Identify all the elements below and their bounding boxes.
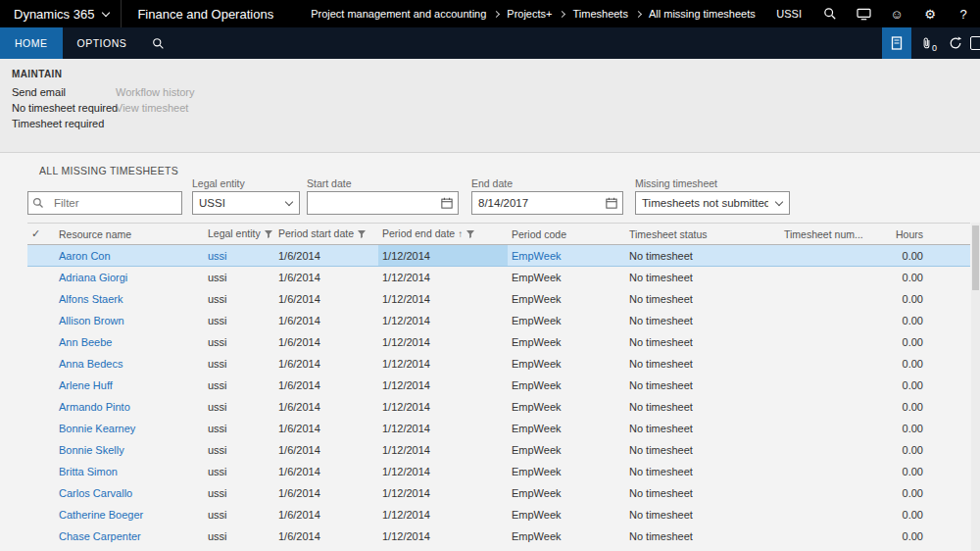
column-header-hours[interactable]: Hours (880, 224, 970, 245)
attachment-icon[interactable]: 0 (911, 27, 941, 59)
column-header-resource-name[interactable]: Resource name (55, 224, 204, 245)
resource-name-link[interactable]: Britta Simon (59, 466, 118, 477)
hours-cell: 0.00 (880, 504, 970, 526)
period-end-date-cell: 1/12/2014 (378, 396, 508, 418)
row-select-cell[interactable] (27, 418, 55, 439)
calendar-icon[interactable] (436, 192, 458, 214)
legal-entity-cell: ussi (204, 267, 274, 288)
resource-name-link[interactable]: Carlos Carvallo (59, 487, 132, 499)
search-icon[interactable] (813, 0, 847, 27)
send-email-button[interactable]: Send email (12, 86, 66, 98)
period-code-cell: EmpWeek (508, 375, 625, 396)
missing-timesheet-value: Timesheets not submitted (636, 197, 768, 209)
end-date-input[interactable] (472, 192, 601, 214)
select-all-checkbox[interactable]: ✓ (27, 224, 55, 245)
breadcrumb-area[interactable]: Projects+ (507, 8, 552, 20)
row-select-cell[interactable] (27, 526, 55, 547)
resource-name-cell: Armando Pinto (55, 396, 204, 418)
resource-name-cell: Allison Brown (55, 310, 204, 331)
table-row[interactable]: Arlene Huff ussi 1/6/2014 1/12/2014 EmpW… (27, 375, 970, 396)
resource-name-link[interactable]: Arlene Huff (59, 379, 113, 391)
table-row[interactable]: Chase Carpenter ussi 1/6/2014 1/12/2014 … (27, 526, 970, 547)
column-header-legal-entity[interactable]: Legal entity (204, 224, 274, 245)
expand-icon[interactable] (970, 27, 980, 59)
scrollbar-thumb[interactable] (972, 225, 979, 290)
resource-name-link[interactable]: Bonnie Kearney (59, 423, 135, 434)
chevron-down-icon[interactable] (278, 192, 299, 214)
gear-icon[interactable]: ⚙ (913, 0, 947, 27)
refresh-icon[interactable] (941, 27, 970, 59)
table-row[interactable]: Catherine Boeger ussi 1/6/2014 1/12/2014… (27, 504, 970, 526)
row-select-cell[interactable] (27, 439, 55, 461)
breadcrumb-section[interactable]: Timesheets (572, 8, 627, 20)
calendar-icon[interactable] (601, 192, 622, 214)
table-row[interactable]: Armando Pinto ussi 1/6/2014 1/12/2014 Em… (27, 396, 970, 418)
panel-toggle-icon[interactable] (882, 27, 911, 59)
table-row[interactable]: Alfons Staerk ussi 1/6/2014 1/12/2014 Em… (27, 288, 970, 310)
hours-cell: 0.00 (880, 396, 970, 418)
no-timesheet-required-button[interactable]: No timesheet required (12, 102, 118, 114)
breadcrumb-page[interactable]: All missing timesheets (649, 8, 756, 20)
column-header-timesheet-number[interactable]: Timesheet num... (780, 224, 880, 245)
resource-name-link[interactable]: Ann Beebe (59, 336, 112, 348)
missing-timesheet-select[interactable]: Timesheets not submitted (635, 191, 790, 215)
row-select-cell[interactable] (27, 331, 55, 353)
tab-options[interactable]: OPTIONS (63, 27, 142, 59)
column-header-period-start-date[interactable]: Period start date (274, 224, 378, 245)
column-header-period-code[interactable]: Period code (508, 224, 625, 245)
resource-name-link[interactable]: Armando Pinto (59, 401, 130, 413)
dynamics-365-menu[interactable]: Dynamics 365 (0, 0, 121, 27)
resource-name-link[interactable]: Catherine Boeger (59, 509, 143, 521)
row-select-cell[interactable] (27, 353, 55, 375)
resource-name-link[interactable]: Bonnie Skelly (59, 444, 124, 456)
row-select-cell[interactable] (27, 375, 55, 396)
breadcrumb-module[interactable]: Project management and accounting (311, 8, 486, 20)
table-row[interactable]: Bonnie Kearney ussi 1/6/2014 1/12/2014 E… (27, 418, 970, 439)
resource-name-link[interactable]: Alfons Staerk (59, 293, 122, 305)
filter-funnel-icon[interactable] (265, 228, 272, 240)
product-name-link[interactable]: Finance and Operations (122, 7, 289, 22)
row-select-cell[interactable] (27, 504, 55, 526)
resource-name-link[interactable]: Chase Carpenter (59, 530, 141, 542)
filter-funnel-icon[interactable] (466, 228, 474, 240)
period-code-cell: EmpWeek (508, 418, 625, 439)
period-end-date-cell: 1/12/2014 (378, 331, 508, 353)
filter-funnel-icon[interactable] (358, 228, 366, 240)
timesheet-required-button[interactable]: Timesheet required (12, 118, 104, 129)
row-select-cell[interactable] (27, 461, 55, 482)
message-icon[interactable] (847, 0, 880, 27)
resource-name-link[interactable]: Allison Brown (59, 315, 124, 326)
resource-name-cell: Adriana Giorgi (55, 267, 204, 288)
resource-name-link[interactable]: Aaron Con (59, 250, 111, 262)
legal-entity-combobox[interactable]: USSI (192, 191, 300, 215)
smiley-icon[interactable]: ☺ (880, 0, 913, 27)
table-row[interactable]: Britta Simon ussi 1/6/2014 1/12/2014 Emp… (27, 461, 970, 482)
chevron-down-icon[interactable] (768, 192, 789, 214)
table-row[interactable]: Aaron Con ussi 1/6/2014 1/12/2014 EmpWee… (27, 245, 970, 267)
start-date-input[interactable] (308, 192, 436, 214)
row-select-cell[interactable] (27, 482, 55, 504)
row-select-cell[interactable] (27, 245, 55, 267)
timesheet-status-cell: No timesheet (625, 482, 780, 504)
table-row[interactable]: Ann Beebe ussi 1/6/2014 1/12/2014 EmpWee… (27, 331, 970, 353)
row-select-cell[interactable] (27, 310, 55, 331)
column-header-period-end-date[interactable]: Period end date↑ (378, 224, 508, 245)
help-icon[interactable]: ? (947, 0, 980, 27)
row-select-cell[interactable] (27, 396, 55, 418)
period-code-cell: EmpWeek (508, 439, 625, 461)
row-select-cell[interactable] (27, 267, 55, 288)
resource-name-link[interactable]: Anna Bedecs (59, 358, 122, 370)
action-search-icon[interactable] (141, 27, 174, 59)
table-row[interactable]: Allison Brown ussi 1/6/2014 1/12/2014 Em… (27, 310, 970, 331)
row-select-cell[interactable] (27, 288, 55, 310)
company-picker[interactable]: USSI (764, 8, 813, 20)
table-row[interactable]: Anna Bedecs ussi 1/6/2014 1/12/2014 EmpW… (27, 353, 970, 375)
column-header-timesheet-status[interactable]: Timesheet status (625, 224, 780, 245)
tab-home[interactable]: HOME (0, 27, 63, 59)
quick-filter-input[interactable] (48, 192, 181, 214)
table-row[interactable]: Adriana Giorgi ussi 1/6/2014 1/12/2014 E… (27, 267, 970, 288)
resource-name-link[interactable]: Adriana Giorgi (59, 272, 127, 283)
vertical-scrollbar[interactable] (971, 223, 980, 551)
table-row[interactable]: Carlos Carvallo ussi 1/6/2014 1/12/2014 … (27, 482, 970, 504)
table-row[interactable]: Bonnie Skelly ussi 1/6/2014 1/12/2014 Em… (27, 439, 970, 461)
